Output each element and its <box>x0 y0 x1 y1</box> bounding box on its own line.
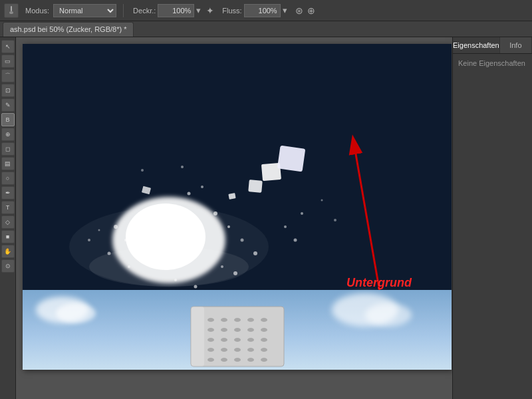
brush-tool-icon[interactable] <box>4 3 19 18</box>
fluss-arrow-icon[interactable]: ▾ <box>283 5 287 15</box>
fluss-group: Fluss: ▾ <box>219 4 287 17</box>
eraser-tool[interactable]: ◻ <box>1 142 15 156</box>
eigenschaften-tab-label: Eigenschaften <box>453 41 499 49</box>
pen-tool[interactable]: ✒ <box>1 186 15 200</box>
main-area: ↖ ▭ ⌒ ⊡ ✎ B ⊕ ◻ ▤ ○ ✒ T ◇ ■ ✋ ⊙ <box>0 37 532 399</box>
svg-point-50 <box>207 338 214 342</box>
path-tool[interactable]: ◇ <box>1 215 15 229</box>
grater-object <box>171 303 304 370</box>
select-tool[interactable]: ▭ <box>1 55 15 68</box>
lasso-tool[interactable]: ⌒ <box>1 69 15 82</box>
document-tab[interactable]: ash.psd bei 50% (Zucker, RGB/8*) * <box>3 22 134 37</box>
brush-tool[interactable]: B <box>1 113 15 126</box>
svg-point-54 <box>261 338 267 342</box>
svg-point-43 <box>247 318 254 322</box>
text-tool[interactable]: T <box>1 201 15 214</box>
svg-point-58 <box>247 348 254 352</box>
svg-point-45 <box>207 328 214 332</box>
canvas-area: Untergrund <box>16 37 452 399</box>
svg-point-40 <box>207 318 214 322</box>
info-tab[interactable]: Info <box>500 37 532 53</box>
deckr-group: Deckr.: ▾ <box>130 4 201 17</box>
hand-tool[interactable]: ✋ <box>1 245 15 258</box>
svg-point-63 <box>247 358 254 362</box>
svg-point-55 <box>207 348 214 352</box>
modus-label: Modus: <box>25 7 49 15</box>
right-panel-tabs: Eigenschaften Info <box>453 37 532 54</box>
dodge-tool[interactable]: ○ <box>1 172 15 185</box>
clone-tool[interactable]: ⊕ <box>1 128 15 141</box>
photo-content: Untergrund <box>23 44 452 370</box>
eigenschaften-tab[interactable]: Eigenschaften <box>453 37 500 53</box>
deckr-arrow-icon[interactable]: ▾ <box>196 5 201 15</box>
svg-point-59 <box>261 348 267 352</box>
no-properties-text: Keine Eigenschaften <box>458 59 525 67</box>
svg-point-42 <box>234 318 241 322</box>
deckr-label: Deckr.: <box>133 7 156 15</box>
svg-point-47 <box>234 328 241 332</box>
svg-point-52 <box>234 338 241 342</box>
zoom-tool[interactable]: ⊙ <box>1 259 15 273</box>
svg-point-61 <box>221 358 227 362</box>
shape-tool[interactable]: ■ <box>1 230 15 243</box>
svg-point-64 <box>261 358 267 362</box>
svg-point-56 <box>221 348 227 352</box>
right-panel-content: Keine Eigenschaften <box>453 54 532 72</box>
move-tool[interactable]: ↖ <box>1 40 15 53</box>
fluss-label: Fluss: <box>222 7 241 15</box>
eyedropper-tool[interactable]: ✎ <box>1 98 15 112</box>
svg-point-48 <box>247 328 254 332</box>
svg-point-60 <box>207 358 214 362</box>
svg-point-62 <box>234 358 241 362</box>
document-tab-label: ash.psd bei 50% (Zucker, RGB/8*) * <box>10 25 126 33</box>
separator-1 <box>123 4 124 17</box>
modus-select[interactable]: Normal Aufhellen Abdunkeln Multipliziere… <box>53 4 116 17</box>
svg-point-46 <box>221 328 227 332</box>
extra-icon[interactable]: ⊕ <box>307 5 315 16</box>
svg-point-49 <box>261 328 267 332</box>
svg-rect-0 <box>11 6 12 11</box>
svg-point-1 <box>9 11 13 14</box>
airbrush-icon[interactable]: ✦ <box>206 5 214 16</box>
tablet-pressure-icon[interactable]: ⊛ <box>295 5 303 16</box>
svg-point-41 <box>221 318 227 322</box>
svg-point-53 <box>247 338 254 342</box>
right-panel: Eigenschaften Info Keine Eigenschaften <box>452 37 532 399</box>
svg-point-51 <box>221 338 227 342</box>
svg-rect-39 <box>191 307 284 366</box>
top-toolbar: Modus: Normal Aufhellen Abdunkeln Multip… <box>0 0 532 21</box>
left-tools-panel: ↖ ▭ ⌒ ⊡ ✎ B ⊕ ◻ ▤ ○ ✒ T ◇ ■ ✋ ⊙ <box>0 37 16 399</box>
info-tab-label: Info <box>509 41 521 49</box>
svg-point-57 <box>234 348 241 352</box>
gradient-tool[interactable]: ▤ <box>1 157 15 170</box>
crop-tool[interactable]: ⊡ <box>1 84 15 97</box>
svg-rect-65 <box>191 307 204 366</box>
doc-tab-bar: ash.psd bei 50% (Zucker, RGB/8*) * <box>0 21 532 37</box>
canvas-wrapper: Untergrund <box>23 44 452 370</box>
deckr-input[interactable] <box>158 4 194 17</box>
annotation-label: Untergrund <box>346 276 412 290</box>
fluss-input[interactable] <box>244 4 281 17</box>
svg-point-44 <box>261 318 267 322</box>
